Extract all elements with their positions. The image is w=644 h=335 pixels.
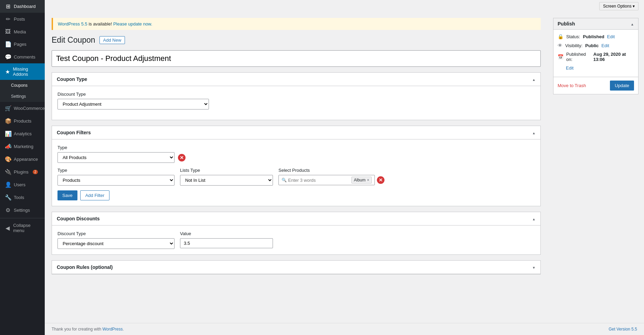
coupon-rules-panel-header[interactable]: Coupon Rules (optional) bbox=[52, 261, 540, 274]
sidebar-item-label: Dashboard bbox=[14, 4, 36, 9]
sidebar-item-dashboard[interactable]: ⊞ Dashboard bbox=[0, 0, 45, 13]
publish-panel-title: Publish bbox=[558, 21, 575, 27]
page-title-row: Edit Coupon Add New bbox=[52, 35, 541, 45]
publish-panel: Publish 🔒 Status: Published Edit 👁 Visi bbox=[553, 18, 638, 94]
filter-type-2-select[interactable]: Products Categories Tags bbox=[57, 175, 175, 186]
sidebar-item-media[interactable]: 🖼 Media bbox=[0, 25, 45, 38]
footer-version-link[interactable]: Get Version 5.5 bbox=[609, 327, 637, 332]
sidebar-item-label: Plugins bbox=[14, 169, 29, 175]
settings-icon: ⚙ bbox=[5, 207, 11, 213]
coupon-type-panel: Coupon Type Discount Type Product Adjust… bbox=[52, 72, 541, 120]
published-date-edit-link[interactable]: Edit bbox=[566, 65, 573, 71]
published-value: Aug 29, 2020 at 13:06 bbox=[593, 52, 634, 62]
sidebar-item-missing-addons[interactable]: ★ Missing Addons bbox=[0, 63, 45, 80]
footer-wp-link[interactable]: WordPress bbox=[102, 327, 123, 332]
top-bar: Screen Options ▾ bbox=[45, 0, 644, 12]
calendar-icon: 📅 bbox=[558, 54, 563, 60]
discount-type-select[interactable]: Product Adjustment Percentage Discount F… bbox=[57, 99, 209, 109]
collapse-icon: ◀ bbox=[5, 225, 10, 231]
sidebar-divider bbox=[0, 218, 45, 218]
plugins-icon: 🔌 bbox=[5, 169, 11, 175]
update-now-link[interactable]: Please update now. bbox=[113, 21, 152, 27]
publish-panel-footer: Move to Trash Update bbox=[553, 77, 638, 94]
sidebar: ⊞ Dashboard ✏ Posts 🖼 Media 📄 Pages 💬 Co… bbox=[0, 0, 45, 335]
posts-icon: ✏ bbox=[5, 16, 11, 22]
coupon-type-toggle[interactable] bbox=[532, 76, 536, 82]
publish-toggle[interactable] bbox=[631, 21, 634, 27]
coupon-discounts-panel-header[interactable]: Coupon Discounts bbox=[52, 212, 540, 226]
visibility-label: Visibility: bbox=[565, 43, 582, 48]
sidebar-item-pages[interactable]: 📄 Pages bbox=[0, 38, 45, 51]
status-edit-link[interactable]: Edit bbox=[607, 34, 615, 39]
coupon-filters-panel-body: Type All Products Specific Products Prod… bbox=[52, 139, 540, 206]
sidebar-item-comments[interactable]: 💬 Comments bbox=[0, 51, 45, 63]
main-content: Screen Options ▾ WordPress 5.5 is availa… bbox=[45, 0, 644, 335]
lists-type-select[interactable]: Not In List In List bbox=[180, 175, 273, 186]
coupon-rules-toggle[interactable] bbox=[532, 264, 536, 270]
status-value: Published bbox=[583, 34, 604, 39]
sidebar-item-settings-sub[interactable]: Settings bbox=[0, 91, 45, 102]
lists-type-col: Lists Type Not In List In List bbox=[180, 168, 273, 186]
sidebar-item-tools[interactable]: 🔧 Tools bbox=[0, 191, 45, 204]
select-products-label: Select Products bbox=[278, 168, 384, 173]
move-to-trash-link[interactable]: Move to Trash bbox=[558, 83, 586, 88]
publish-panel-header[interactable]: Publish bbox=[553, 18, 638, 30]
publish-panel-body: 🔒 Status: Published Edit 👁 Visibility: P… bbox=[553, 30, 638, 77]
products-search-input[interactable] bbox=[288, 178, 350, 183]
footer-left: Thank you for creating with WordPress. bbox=[52, 327, 124, 332]
add-filter-button[interactable]: Add Filter bbox=[80, 190, 110, 200]
missing-addons-icon: ★ bbox=[5, 69, 10, 75]
filter-row-1: All Products Specific Products Product C… bbox=[57, 152, 535, 163]
content-area: WordPress 5.5 is available! Please updat… bbox=[45, 12, 644, 323]
sidebar-item-plugins[interactable]: 🔌 Plugins 2 bbox=[0, 166, 45, 178]
select-products-col: Select Products 🔍 Album × bbox=[278, 168, 384, 185]
coupon-filters-panel-header[interactable]: Coupon Filters bbox=[52, 126, 540, 139]
add-new-button[interactable]: Add New bbox=[99, 36, 125, 44]
discount-type-label: Discount Type bbox=[57, 231, 175, 236]
coupon-type-panel-header[interactable]: Coupon Type bbox=[52, 73, 540, 86]
tag-remove-button[interactable]: × bbox=[367, 178, 369, 182]
sidebar-item-label: WooCommerce bbox=[14, 106, 45, 111]
sidebar-submenu-label: Coupons bbox=[11, 83, 28, 88]
coupon-discounts-panel-title: Coupon Discounts bbox=[57, 216, 99, 221]
tools-icon: 🔧 bbox=[5, 194, 11, 201]
sidebar-item-analytics[interactable]: 📊 Analytics bbox=[0, 127, 45, 140]
coupon-discounts-toggle[interactable] bbox=[532, 216, 536, 222]
products-icon: 📦 bbox=[5, 118, 11, 124]
sidebar-item-appearance[interactable]: 🎨 Appearance bbox=[0, 153, 45, 166]
value-col: Value 3.5 bbox=[180, 231, 273, 248]
coupon-title-input[interactable] bbox=[52, 50, 541, 67]
update-notice: WordPress 5.5 is available! Please updat… bbox=[52, 18, 541, 30]
update-button[interactable]: Update bbox=[610, 81, 634, 91]
visibility-icon: 👁 bbox=[558, 43, 562, 48]
sidebar-item-posts[interactable]: ✏ Posts bbox=[0, 13, 45, 25]
remove-products-row-button[interactable]: ✕ bbox=[377, 176, 384, 184]
sidebar-item-products[interactable]: 📦 Products bbox=[0, 115, 45, 127]
sidebar-item-collapse[interactable]: ◀ Collapse menu bbox=[0, 220, 45, 236]
pages-icon: 📄 bbox=[5, 41, 11, 48]
filter-type-select[interactable]: All Products Specific Products Product C… bbox=[57, 152, 175, 163]
sidebar-right: Publish 🔒 Status: Published Edit 👁 Visi bbox=[548, 12, 644, 323]
sidebar-item-woocommerce[interactable]: 🛒 WooCommerce bbox=[0, 102, 45, 115]
sidebar-item-label: Comments bbox=[14, 54, 35, 60]
value-input[interactable]: 3.5 bbox=[180, 238, 273, 248]
sidebar-item-coupons[interactable]: Coupons bbox=[0, 80, 45, 91]
notice-text-middle: is available! bbox=[88, 21, 113, 27]
published-label: Published on: bbox=[566, 52, 591, 62]
visibility-edit-link[interactable]: Edit bbox=[601, 43, 609, 48]
select-products-inner: 🔍 Album × ✕ bbox=[278, 175, 384, 185]
filter-action-buttons: Save Add Filter bbox=[57, 190, 535, 200]
sidebar-submenu: Coupons Settings bbox=[0, 80, 45, 102]
screen-options-button[interactable]: Screen Options ▾ bbox=[599, 2, 638, 10]
sidebar-item-label: Media bbox=[14, 29, 26, 34]
coupon-rules-panel: Coupon Rules (optional) bbox=[52, 260, 541, 274]
filter-type-col: Type Products Categories Tags bbox=[57, 168, 175, 186]
discount-type-select-2[interactable]: Percentage discount Fixed amount discoun… bbox=[57, 238, 175, 249]
sidebar-item-users[interactable]: 👤 Users bbox=[0, 178, 45, 191]
remove-filter-1-button[interactable]: ✕ bbox=[178, 154, 186, 161]
sidebar-item-marketing[interactable]: 📣 Marketing bbox=[0, 140, 45, 153]
wp-version-link[interactable]: WordPress 5.5 bbox=[58, 21, 87, 27]
sidebar-item-settings[interactable]: ⚙ Settings bbox=[0, 204, 45, 217]
save-button[interactable]: Save bbox=[57, 190, 77, 200]
coupon-filters-toggle[interactable] bbox=[532, 129, 536, 136]
